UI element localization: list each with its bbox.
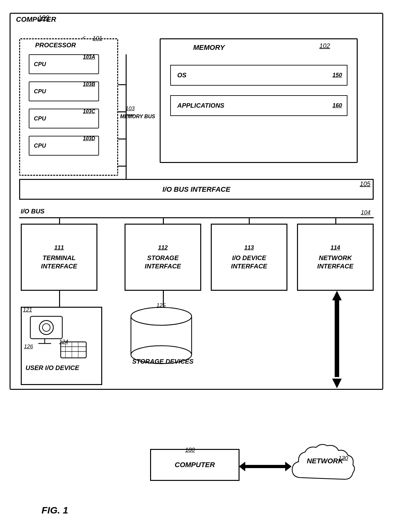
app-box: APPLICATIONS 160 (170, 95, 347, 116)
monitor-ref: 126 (24, 343, 33, 350)
io-bus-label: I/O BUS (21, 208, 44, 215)
storage-cylinder (125, 305, 198, 364)
cpu-label-1: CPU (34, 61, 46, 68)
horiz-arrow-svg (239, 460, 292, 473)
storage-devices-ref: 125 (156, 302, 165, 309)
os-box: OS 150 (170, 65, 347, 86)
io-device-interface-ref: 113 (244, 244, 254, 251)
processor-arrow: < (82, 35, 86, 41)
svg-marker-24 (239, 462, 245, 471)
svg-rect-6 (30, 316, 62, 339)
cpu-ref-4: 103D (83, 136, 95, 142)
vconn-to-userio (59, 291, 60, 307)
computer-180-label: COMPUTER (175, 461, 215, 469)
outer-computer-label: COMPUTER (16, 15, 56, 24)
cpu-label-2: CPU (34, 88, 46, 95)
svg-rect-22 (335, 300, 339, 377)
cpu-label-4: CPU (34, 143, 46, 149)
memory-ref: 102 (319, 42, 330, 50)
network-interface-ref: 114 (331, 244, 340, 251)
user-io-ref-box: 121 (23, 307, 32, 313)
computer-180-box: COMPUTER (150, 449, 240, 481)
io-bus-interface-box: I/O BUS INTERFACE (19, 179, 374, 200)
keyboard-ref: 124 (59, 339, 68, 345)
svg-point-9 (39, 320, 53, 335)
memory-bus-ref: 103 (126, 105, 134, 112)
svg-marker-23 (332, 379, 342, 388)
terminal-interface-ref: 111 (54, 244, 64, 251)
storage-interface-ref: 112 (158, 244, 168, 251)
io-bus-hline (19, 217, 374, 218)
io-device-interface-box: 113 I/O DEVICEINTERFACE (211, 224, 287, 291)
svg-marker-21 (332, 291, 342, 300)
cpu-ref-2: 103B (83, 81, 95, 87)
cpu-box-2: CPU 103B (29, 81, 99, 101)
memory-bus-label: MEMORY BUS (120, 114, 155, 120)
os-ref: 150 (332, 72, 342, 79)
network-interface-box: 114 NETWORKINTERFACE (297, 224, 374, 291)
app-label: APPLICATIONS (177, 102, 224, 109)
os-label: OS (177, 72, 187, 79)
terminal-interface-box: 111 TERMINALINTERFACE (21, 224, 97, 291)
user-io-label: USER I/O DEVICE (26, 364, 79, 372)
cpu-box-4: CPU 103D (29, 136, 99, 156)
network-ref: 130 (339, 455, 348, 462)
page: 100 COMPUTER PROCESSOR < 101 CPU 103A CP… (0, 0, 396, 532)
cpu-box-3: CPU 103C (29, 109, 99, 128)
io-device-interface-label: I/O DEVICEINTERFACE (231, 254, 267, 270)
network-arrows-svg (329, 291, 345, 388)
storage-interface-box: 112 STORAGEINTERFACE (125, 224, 201, 291)
processor-ref: 101 (93, 35, 102, 42)
network-interface-label: NETWORKINTERFACE (317, 254, 353, 270)
memory-label: MEMORY (193, 43, 225, 52)
io-bus-interface-ref: 105 (360, 180, 370, 188)
memory-box: OS 150 APPLICATIONS 160 (160, 38, 358, 163)
cpu-ref-1: 103A (83, 54, 95, 60)
fig-label: FIG. 1 (42, 505, 68, 516)
cpu-label-3: CPU (34, 115, 46, 122)
terminal-interface-label: TERMINALINTERFACE (41, 254, 77, 270)
svg-point-17 (131, 307, 192, 325)
storage-interface-label: STORAGEINTERFACE (145, 254, 181, 270)
computer-180-ref: 180 (185, 447, 195, 453)
io-bus-interface-label: I/O BUS INTERFACE (163, 185, 231, 194)
app-ref: 160 (332, 102, 342, 109)
svg-rect-25 (245, 465, 285, 468)
storage-devices-label: STORAGE DEVICES (129, 358, 196, 365)
cpu-ref-3: 103C (83, 109, 95, 114)
cpu-box-1: CPU 103A (29, 54, 99, 74)
io-bus-ref: 104 (361, 209, 370, 216)
processor-label: PROCESSOR (35, 42, 76, 49)
svg-point-10 (42, 324, 50, 331)
